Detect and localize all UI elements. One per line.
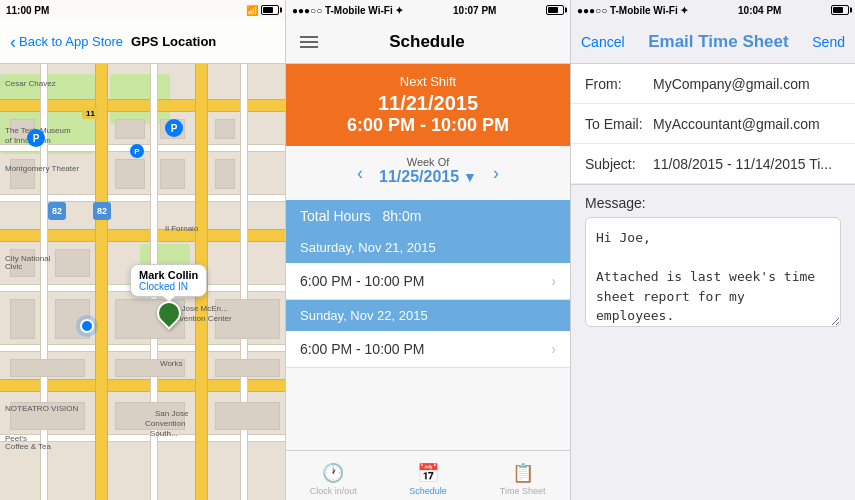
callout-name: Mark Collin xyxy=(139,269,198,281)
map-label-noteatro: NOTEATRO VISION xyxy=(5,404,78,413)
road-v5 xyxy=(240,64,248,500)
tab-clock-label: Clock in/out xyxy=(310,486,357,496)
from-input[interactable] xyxy=(653,76,841,92)
total-hours-label: Total Hours xyxy=(300,208,371,224)
next-shift-banner: Next Shift 11/21/2015 6:00 PM - 10:00 PM xyxy=(286,64,570,146)
week-selector: ‹ Week Of 11/25/2015 ▼ › xyxy=(286,146,570,200)
shift-time-1-0: 6:00 PM - 10:00 PM xyxy=(300,341,425,357)
block-4 xyxy=(215,119,235,139)
day-header-1: Sunday, Nov 22, 2015 xyxy=(286,300,570,331)
parking-badge-3: P xyxy=(130,144,144,158)
callout-status: Clocked IN xyxy=(139,281,198,292)
map-nav-title: GPS Location xyxy=(131,34,216,49)
total-hours-value: 8h:0m xyxy=(382,208,421,224)
to-field-row: To Email: xyxy=(571,104,855,144)
subject-label: Subject: xyxy=(585,156,653,172)
hamburger-menu-icon[interactable] xyxy=(300,36,318,48)
clock-tab-icon: 🕐 xyxy=(322,462,344,484)
status-bar-email: ●●●○○ T-Mobile Wi-Fi ✦ 10:04 PM xyxy=(571,0,855,20)
road-v2 xyxy=(95,64,108,500)
to-input[interactable] xyxy=(653,116,841,132)
schedule-list: Saturday, Nov 21, 2015 6:00 PM - 10:00 P… xyxy=(286,232,570,450)
tab-clock-inout[interactable]: 🕐 Clock in/out xyxy=(286,456,381,496)
map-label-convention3: Convention xyxy=(145,419,185,428)
next-shift-date: 11/21/2015 xyxy=(300,91,556,115)
status-icons-map: 📶 xyxy=(246,5,279,16)
from-field-row: From: xyxy=(571,64,855,104)
map-label-sanjose: San Jose xyxy=(155,409,188,418)
block-7 xyxy=(160,159,185,189)
block-2 xyxy=(115,119,145,139)
total-hours-bar: Total Hours 8h:0m xyxy=(286,200,570,232)
week-of-section: Week Of 11/25/2015 ▼ xyxy=(379,156,477,190)
shift-time-0-0: 6:00 PM - 10:00 PM xyxy=(300,273,425,289)
map-label-works: Works xyxy=(160,359,183,368)
battery-icon-email xyxy=(831,5,849,15)
block-10 xyxy=(55,249,90,277)
nav-bar-email: Cancel Email Time Sheet Send xyxy=(571,20,855,64)
week-dropdown-icon[interactable]: ▼ xyxy=(463,169,477,185)
nav-bar-schedule: Schedule xyxy=(286,20,570,64)
status-bar-schedule: ●●●○○ T-Mobile Wi-Fi ✦ 10:07 PM xyxy=(286,0,570,20)
tab-bar-schedule: 🕐 Clock in/out 📅 Schedule 📋 Time Sheet xyxy=(286,450,570,500)
status-icons-sched xyxy=(546,5,564,15)
schedule-title: Schedule xyxy=(389,32,465,52)
map-label-il-fornaio: Il Fornaio xyxy=(165,224,198,233)
map-label-montgomery: Montgomery Theater xyxy=(5,164,79,173)
to-label: To Email: xyxy=(585,116,653,132)
block-15 xyxy=(10,359,85,377)
parking-badge: P xyxy=(27,129,45,147)
status-time-sched: 10:07 PM xyxy=(453,5,496,16)
carrier-sched: ●●●○○ T-Mobile Wi-Fi ✦ xyxy=(292,5,403,16)
status-bar-map: 11:00 PM 📶 xyxy=(0,0,285,20)
map-background: Cesar Chavez The Tech Museum of Innovati… xyxy=(0,64,285,500)
map-pin xyxy=(152,296,186,330)
status-icons-email xyxy=(831,5,849,15)
timesheet-tab-icon: 📋 xyxy=(512,462,534,484)
send-button[interactable]: Send xyxy=(812,34,845,50)
carrier-email: ●●●○○ T-Mobile Wi-Fi ✦ xyxy=(577,5,688,16)
next-shift-time: 6:00 PM - 10:00 PM xyxy=(300,115,556,136)
shift-chevron-1-0: › xyxy=(551,341,556,357)
cancel-button[interactable]: Cancel xyxy=(581,34,625,50)
shift-row-1-0[interactable]: 6:00 PM - 10:00 PM › xyxy=(286,331,570,368)
map-panel: 11:00 PM 📶 ‹ Back to App Store GPS Locat… xyxy=(0,0,285,500)
current-location-dot xyxy=(80,319,94,333)
block-6 xyxy=(115,159,145,189)
subject-input[interactable] xyxy=(653,156,841,172)
parking-badge-2: P xyxy=(165,119,183,137)
week-date: 11/25/2015 xyxy=(379,168,459,186)
map-marker-container: Mark Collin Clocked IN xyxy=(130,264,207,325)
shift-chevron-0-0: › xyxy=(551,273,556,289)
route-badge-82: 82 xyxy=(48,202,66,220)
message-textarea[interactable]: Hi Joe, Attached is last week's time she… xyxy=(585,217,841,327)
tab-timesheet[interactable]: 📋 Time Sheet xyxy=(475,456,570,496)
message-section: Message: Hi Joe, Attached is last week's… xyxy=(571,185,855,341)
schedule-panel: ●●●○○ T-Mobile Wi-Fi ✦ 10:07 PM Schedule… xyxy=(285,0,570,500)
email-panel: ●●●○○ T-Mobile Wi-Fi ✦ 10:04 PM Cancel E… xyxy=(570,0,855,500)
from-label: From: xyxy=(585,76,653,92)
week-prev-button[interactable]: ‹ xyxy=(357,163,363,184)
block-8 xyxy=(215,159,235,189)
battery-icon-sched xyxy=(546,5,564,15)
subject-field-row: Subject: xyxy=(571,144,855,184)
message-label: Message: xyxy=(585,195,841,211)
week-of-label: Week Of xyxy=(379,156,477,168)
back-button[interactable]: ‹ Back to App Store xyxy=(10,33,123,51)
map-label-cesar: Cesar Chavez xyxy=(5,79,56,88)
schedule-tab-icon: 📅 xyxy=(417,462,439,484)
status-time-email: 10:04 PM xyxy=(738,5,781,16)
back-arrow-icon: ‹ xyxy=(10,33,16,51)
email-title: Email Time Sheet xyxy=(648,32,788,52)
status-time-map: 11:00 PM xyxy=(6,5,49,16)
shift-row-0-0[interactable]: 6:00 PM - 10:00 PM › xyxy=(286,263,570,300)
back-label: Back to App Store xyxy=(19,34,123,49)
map-label-south: South... xyxy=(150,429,178,438)
battery-icon-map xyxy=(261,5,279,15)
nav-bar-map: ‹ Back to App Store GPS Location xyxy=(0,20,285,64)
tab-schedule[interactable]: 📅 Schedule xyxy=(381,456,476,496)
week-next-button[interactable]: › xyxy=(493,163,499,184)
tab-schedule-label: Schedule xyxy=(409,486,447,496)
day-header-0: Saturday, Nov 21, 2015 xyxy=(286,232,570,263)
next-shift-label: Next Shift xyxy=(300,74,556,89)
